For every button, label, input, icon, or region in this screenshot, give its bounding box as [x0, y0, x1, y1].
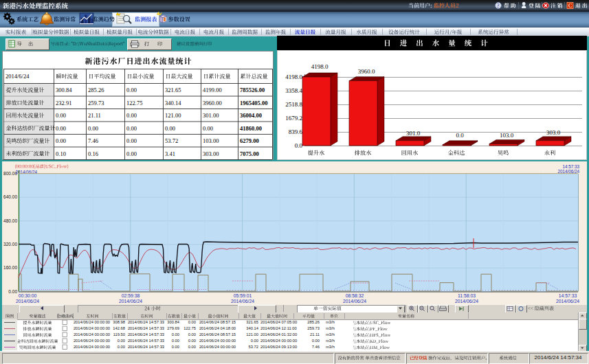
- svg-text:3960.0: 3960.0: [358, 68, 375, 75]
- svg-text:303.0: 303.0: [546, 129, 561, 136]
- svg-text:301.0: 301.0: [406, 130, 421, 137]
- svg-text:103.0: 103.0: [500, 132, 514, 139]
- svg-text:0.0: 0.0: [456, 132, 464, 139]
- svg-text:4198.0: 4198.0: [311, 63, 329, 70]
